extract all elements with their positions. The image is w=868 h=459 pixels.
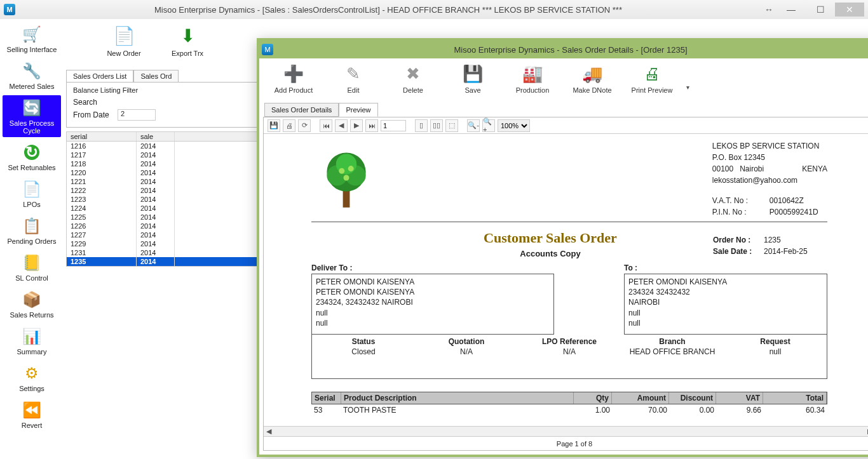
modal-titlebar: M Misoo Enterprise Dynamics - Sales Orde… [259,41,868,58]
nav-pending-orders[interactable]: 📋Pending Orders [3,213,61,248]
nav-set-retunables[interactable]: ↻Set Retunables [3,140,61,174]
sale-date-value: 2014-Feb-25 [764,247,827,256]
truck-icon: 🚚 [580,62,604,85]
factory-icon: 🏭 [520,62,545,85]
report-subtitle: Accounts Copy [388,249,713,258]
main-titlebar: M Misoo Enterprise Dynamics - [Sales : S… [0,0,868,19]
wrench-icon: 🔧 [19,61,44,81]
nav-lpos[interactable]: 📄LPOs [3,176,61,211]
col-discount: Discount [669,392,716,404]
toolbar-label: Make DNote [573,86,611,94]
nav-revert[interactable]: ⏪Revert [3,397,61,432]
nav-selling-interface[interactable]: 🛒Selling Interface [3,22,61,56]
toolbar-label: Add Product [275,86,313,94]
lpo-icon: 📄 [19,179,44,199]
fromdate-input[interactable]: 2 [118,109,156,121]
zoom-out-button[interactable]: 🔍- [467,119,480,132]
col-serial: Serial [312,392,341,404]
tab-sales-orders-list[interactable]: Sales Orders List [66,70,133,82]
col-vat: VAT [716,392,763,404]
page-status: Page 1 of 8 [264,436,868,450]
add-product-icon: ➕ [281,62,306,85]
col-description: Product Description [341,392,574,404]
nav-summary[interactable]: 📊Summary [3,324,61,358]
close-button[interactable]: ✕ [835,3,864,17]
nav-label: LPOs [23,201,41,208]
order-no-label: Order No : [713,236,764,244]
nav-sales-process-cycle[interactable]: 🔄Sales Process Cycle [3,95,61,137]
nav-label: Sales Process Cycle [4,119,60,135]
document-canvas: LEKOS BP SERVICE STATION P.O. Box 12345 … [264,134,868,436]
col-serial[interactable]: serial [67,132,137,141]
svg-point-6 [348,166,354,171]
col-sale[interactable]: sale [137,132,175,141]
print-dropdown-icon[interactable]: ▾ [686,75,689,91]
nav-label: Metered Sales [10,83,55,90]
save-button[interactable]: 💾Save [450,62,496,94]
single-page-button[interactable]: ▯ [415,119,428,132]
svg-rect-0 [343,189,350,208]
tab-preview[interactable]: Preview [339,103,377,117]
deliver-to-box: PETER OMONDI KAISENYAPETER OMONDI KAISEN… [311,274,554,335]
new-order-icon: 📄 [111,23,137,48]
vat-label: V.A.T. No : [712,195,763,206]
production-button[interactable]: 🏭Production [510,62,555,94]
app-icon: M [4,4,15,15]
items-table: Serial Product Description Qty Amount Di… [311,392,827,416]
col-qty: Qty [574,392,612,404]
nav-label: Sales Returns [10,311,53,319]
toolbar-label: Production [516,86,550,94]
minimize-button[interactable]: — [776,3,806,17]
last-page-button[interactable]: ⏭ [365,119,378,132]
nav-metered-sales[interactable]: 🔧Metered Sales [3,58,61,93]
tab-sales-order-details[interactable]: Sales Order Details [264,103,339,117]
company-box: P.O. Box 12345 [712,152,827,163]
page-width-button[interactable]: ⬚ [445,119,458,132]
nav-label: Summary [17,348,46,356]
horizontal-scrollbar[interactable]: ◀▶ [264,426,868,436]
modal-toolbar: ➕Add Product ✎Edit ✖Delete 💾Save 🏭Produc… [259,58,868,103]
multi-page-button[interactable]: ▯▯ [430,119,443,132]
print-button[interactable]: 🖨 [283,119,295,132]
svg-point-7 [344,175,349,181]
nav-label: SL Control [15,274,48,282]
nav-settings[interactable]: ⚙Settings [3,361,61,395]
new-order-button[interactable]: 📄New Order [102,19,146,57]
company-info: LEKOS BP SERVICE STATION P.O. Box 12345 … [712,136,827,219]
preview-area: 💾 🖨 ⟳ ⏮ ◀ ▶ ⏭ ▯ ▯▯ ⬚ 🔍- 🔍+ 100% [263,117,868,451]
nav-sl-control[interactable]: 📒SL Control [3,250,61,284]
company-email: lekosstation@yahoo.com [712,175,827,186]
col-total: Total [763,392,827,404]
save-report-button[interactable]: 💾 [268,119,280,132]
zoom-select[interactable]: 100% [498,119,530,132]
export-icon: ⬇ [175,23,200,48]
maximize-button[interactable]: ☐ [806,3,835,17]
nav-sales-returns[interactable]: 📦Sales Returns [3,287,61,321]
toolbar-label: Delete [403,86,423,94]
company-country: KENYA [802,163,827,175]
nav-label: Settings [19,385,44,392]
delete-button[interactable]: ✖Delete [390,62,436,94]
prev-page-button[interactable]: ◀ [335,119,348,132]
toolbar-label: Save [465,86,480,94]
first-page-button[interactable]: ⏮ [320,119,332,132]
add-product-button[interactable]: ➕Add Product [271,62,316,94]
zoom-in-button[interactable]: 🔍+ [482,119,495,132]
print-preview-button[interactable]: 🖨Print Preview [629,62,675,94]
return-icon: ↻ [19,142,44,163]
status-box: StatusClosedQuotationN/ALPO ReferenceN/A… [311,335,827,379]
tree-icon [318,143,375,213]
report-title: Customer Sales Order [388,230,713,246]
make-dnote-button[interactable]: 🚚Make DNote [569,62,615,94]
tab-sales-ord[interactable]: Sales Ord [133,70,179,82]
preview-toolbar: 💾 🖨 ⟳ ⏮ ◀ ▶ ⏭ ▯ ▯▯ ⬚ 🔍- 🔍+ 100% [264,117,868,134]
export-trx-button[interactable]: ⬇Export Trx [165,19,210,57]
edit-button[interactable]: ✎Edit [330,62,376,94]
next-page-button[interactable]: ▶ [350,119,363,132]
app-icon: M [262,44,273,55]
resize-icon[interactable]: ↔ [761,4,776,15]
refresh-button[interactable]: ⟳ [298,119,311,132]
page-number-input[interactable] [381,120,406,131]
company-name: LEKOS BP SERVICE STATION [712,140,827,152]
pin-label: P.I.N. No : [712,206,763,218]
